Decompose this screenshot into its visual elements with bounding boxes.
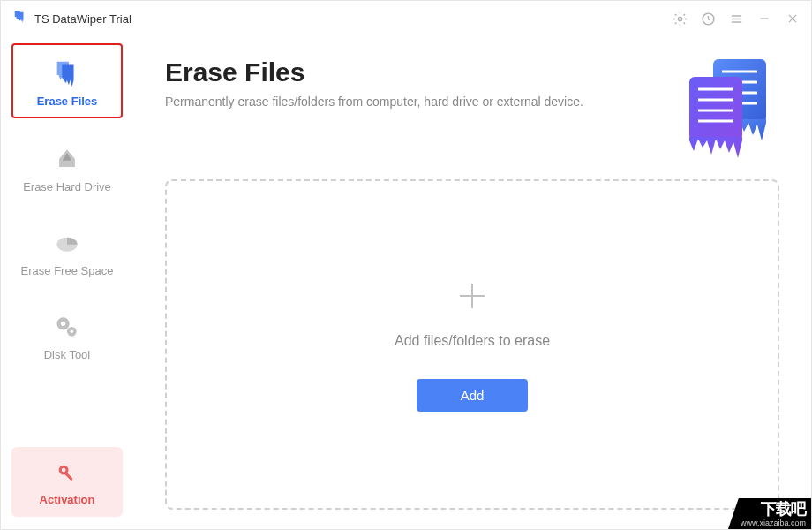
header-illustration xyxy=(673,52,779,158)
history-icon[interactable] xyxy=(700,11,716,26)
activation-label: Activation xyxy=(40,493,95,506)
titlebar-controls xyxy=(672,11,801,26)
sidebar: Erase Files Erase Hard Drive Erase Free … xyxy=(1,36,133,530)
add-button[interactable]: Add xyxy=(417,379,529,412)
main-header: Erase Files Permanently erase files/fold… xyxy=(165,52,779,158)
close-icon[interactable] xyxy=(785,11,801,26)
watermark-url: www.xiazaiba.com xyxy=(741,519,806,528)
sidebar-item-erase-files[interactable]: Erase Files xyxy=(11,43,123,118)
svg-point-12 xyxy=(71,330,74,334)
key-icon xyxy=(55,461,79,489)
pie-chart-icon xyxy=(51,227,83,259)
hard-drive-icon xyxy=(51,143,83,175)
sidebar-item-label: Erase Files xyxy=(37,95,98,108)
sidebar-item-erase-hard-drive[interactable]: Erase Hard Drive xyxy=(11,131,123,202)
titlebar-left: TS DataWiper Trial xyxy=(11,9,132,28)
watermark-text: 下载吧 xyxy=(741,500,806,519)
sidebar-spacer xyxy=(11,382,123,447)
page-title: Erase Files xyxy=(165,57,583,87)
settings-icon[interactable] xyxy=(672,11,688,26)
erase-files-icon xyxy=(51,57,83,89)
app-logo-icon xyxy=(11,9,27,28)
watermark: 下载吧 www.xiazaiba.com xyxy=(728,498,811,529)
plus-icon xyxy=(455,278,490,317)
svg-rect-15 xyxy=(64,472,73,481)
gear-icon xyxy=(51,311,83,343)
sidebar-item-label: Erase Free Space xyxy=(21,264,114,277)
app-body: Erase Files Erase Hard Drive Erase Free … xyxy=(1,36,811,530)
main-header-text: Erase Files Permanently erase files/fold… xyxy=(165,52,583,109)
page-subtitle: Permanently erase files/folders from com… xyxy=(165,95,583,109)
app-title: TS DataWiper Trial xyxy=(34,12,132,26)
sidebar-item-activation[interactable]: Activation xyxy=(11,447,123,517)
sidebar-item-disk-tool[interactable]: Disk Tool xyxy=(11,299,123,370)
minimize-icon[interactable] xyxy=(756,11,772,26)
dropzone-text: Add files/folders to erase xyxy=(395,333,550,349)
sidebar-item-label: Disk Tool xyxy=(44,348,91,361)
svg-point-0 xyxy=(678,17,681,20)
sidebar-item-erase-free-space[interactable]: Erase Free Space xyxy=(11,215,123,286)
menu-icon[interactable] xyxy=(728,11,744,26)
svg-point-14 xyxy=(62,468,66,473)
main-panel: Erase Files Permanently erase files/fold… xyxy=(133,36,811,530)
sidebar-item-label: Erase Hard Drive xyxy=(23,180,111,193)
titlebar: TS DataWiper Trial xyxy=(1,1,811,36)
dropzone[interactable]: Add files/folders to erase Add xyxy=(165,179,779,510)
svg-point-10 xyxy=(61,322,65,326)
svg-rect-21 xyxy=(689,77,742,140)
